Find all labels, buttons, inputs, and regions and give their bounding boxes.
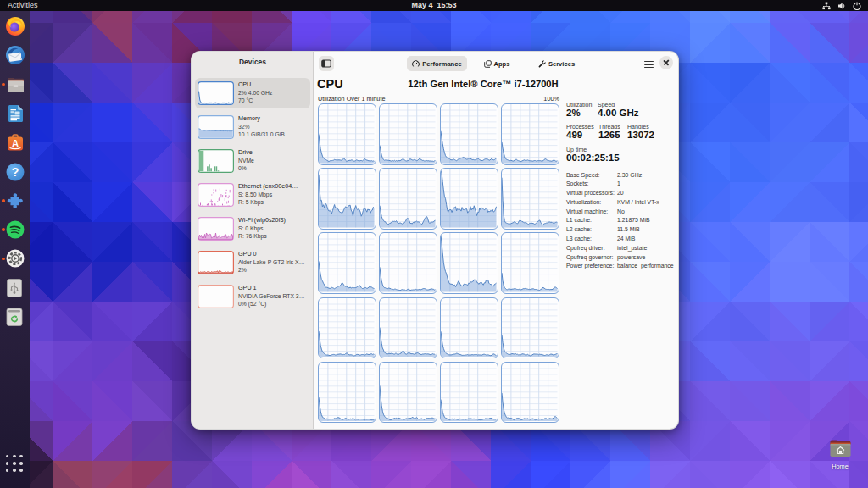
svg-text:?: ? xyxy=(11,165,19,179)
svg-text:A: A xyxy=(11,138,19,150)
